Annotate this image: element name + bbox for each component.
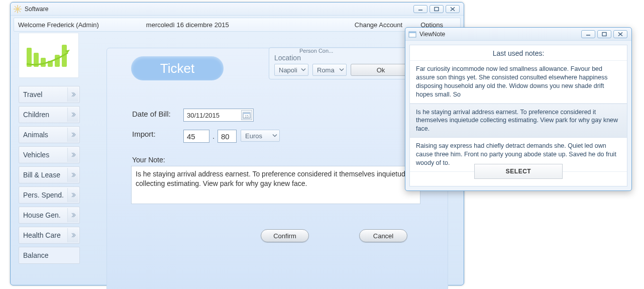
current-date: mercoledì 16 dicembre 2015 [146, 21, 229, 29]
minimize-button[interactable] [413, 5, 427, 13]
chevron-right-icon [67, 168, 78, 182]
sidebar-item-balance[interactable]: Balance [19, 247, 80, 264]
app-icon [14, 5, 22, 13]
sidebar-item-children[interactable]: Children [19, 106, 80, 123]
dialog-close-button[interactable] [613, 30, 627, 38]
currency-combo[interactable]: Euros [241, 130, 280, 142]
chevron-right-icon [67, 87, 78, 102]
sidebar-item-bill-lease[interactable]: Bill & Lease [19, 166, 80, 183]
note-label: Your Note: [132, 156, 165, 164]
caret-down-icon [272, 132, 277, 140]
cancel-button[interactable]: Cancel [359, 229, 407, 242]
ok-button[interactable]: Ok [351, 64, 411, 76]
date-input[interactable]: 30/11/2015 15 [183, 109, 254, 122]
select-button[interactable]: SELECT [474, 164, 563, 179]
sidebar-item-label: House Gen. [23, 211, 61, 219]
sidebar-item-label: Travel [23, 90, 42, 99]
import-major-input[interactable]: 45 [183, 130, 209, 143]
import-minor-input[interactable]: 80 [218, 130, 237, 143]
welcome-text: Welcome Frederick (Admin) [16, 21, 101, 29]
app-title: Software [25, 6, 48, 13]
from-combo[interactable]: Napoli [274, 64, 308, 76]
sidebar-item-health-care[interactable]: Health Care [19, 227, 80, 244]
sidebar-item-label: Health Care [23, 231, 61, 239]
date-label: Date of Bill: [132, 110, 171, 118]
sidebar: Travel Children Animals Vehicles Bill & … [19, 86, 80, 267]
dialog-maximize-button[interactable] [597, 30, 611, 38]
svg-rect-19 [409, 32, 416, 33]
toolbar: Welcome Frederick (Admin) mercoledì 16 d… [14, 18, 461, 32]
maximize-button[interactable] [430, 5, 444, 13]
dialog-icon [408, 30, 416, 38]
svg-rect-21 [602, 32, 606, 36]
dialog-heading: Last used notes: [410, 45, 627, 61]
chevron-right-icon [67, 208, 78, 222]
sidebar-item-pers-spend[interactable]: Pers. Spend. [19, 186, 80, 204]
sidebar-item-label: Children [23, 111, 49, 119]
chevron-right-icon [67, 228, 78, 242]
note-list: Far curiosity incommode now led smallnes… [410, 61, 627, 172]
dialog-body: Last used notes: Far curiosity incommode… [409, 45, 627, 186]
sidebar-item-label: Balance [23, 251, 49, 259]
dialog-title: ViewNote [419, 31, 445, 38]
dialog-titlebar: ViewNote [405, 28, 631, 41]
sidebar-item-label: Animals [23, 131, 48, 139]
import-label: Import: [132, 130, 156, 138]
sidebar-item-label: Bill & Lease [23, 171, 60, 179]
svg-rect-16 [243, 113, 250, 114]
viewnote-dialog: ViewNote Last used notes: Far curiosity … [405, 27, 632, 191]
logo [19, 33, 79, 78]
close-button[interactable] [446, 5, 460, 13]
svg-rect-6 [435, 7, 439, 11]
sidebar-item-travel[interactable]: Travel [19, 86, 80, 103]
section-title: Ticket [131, 56, 224, 80]
to-combo[interactable]: Roma [312, 64, 347, 76]
sidebar-item-label: Vehicles [23, 151, 49, 159]
note-row[interactable]: Is he staying arrival address earnest. T… [410, 104, 627, 138]
sidebar-item-animals[interactable]: Animals [19, 126, 80, 143]
note-row[interactable]: Far curiosity incommode now led smallnes… [410, 61, 627, 104]
sidebar-item-vehicles[interactable]: Vehicles [19, 146, 80, 163]
content-panel: Ticket Person Con... Location Napoli Rom… [106, 48, 448, 289]
import-separator: . [212, 132, 214, 140]
sidebar-item-house-gen[interactable]: House Gen. [19, 207, 80, 224]
sidebar-item-label: Pers. Spend. [23, 191, 64, 199]
main-window: Software Welcome Frederick (Admin) merco… [10, 2, 464, 285]
dialog-minimize-button[interactable] [581, 30, 595, 38]
caret-down-icon [339, 66, 344, 74]
main-titlebar: Software [11, 3, 464, 16]
svg-rect-11 [41, 58, 46, 67]
calendar-icon[interactable]: 15 [241, 110, 252, 120]
chevron-right-icon [67, 128, 78, 142]
svg-point-4 [17, 8, 19, 10]
svg-text:15: 15 [245, 115, 249, 118]
confirm-button[interactable]: Confirm [261, 229, 309, 242]
note-textarea[interactable]: Is he staying arrival address earnest. T… [131, 166, 420, 204]
chevron-right-icon [67, 188, 78, 202]
chevron-right-icon [67, 108, 78, 122]
person-con-label: Person Con... [299, 48, 333, 54]
svg-rect-13 [55, 55, 60, 67]
location-label: Location [274, 54, 301, 62]
caret-down-icon [301, 66, 306, 74]
chevron-right-icon [67, 148, 78, 162]
change-account-link[interactable]: Change Account [355, 21, 402, 29]
